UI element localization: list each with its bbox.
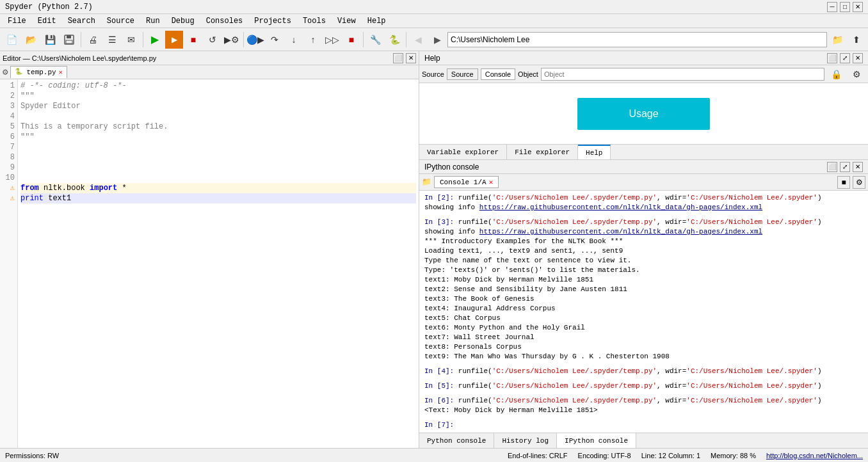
editor-close-button[interactable]: ✕ bbox=[406, 53, 416, 63]
console-blank-4 bbox=[424, 391, 863, 396]
console-line-3-text4: Type the name of the text or sentence to… bbox=[424, 256, 863, 266]
titlebar-title: Spyder (Python 2.7) bbox=[5, 3, 93, 12]
help-tab-variable-explorer[interactable]: Variable explorer bbox=[419, 145, 507, 159]
editor-header: Editor — C:\Users\Nicholem Lee\.spyder\t… bbox=[0, 51, 419, 65]
run-button[interactable]: ▶ bbox=[146, 31, 164, 49]
editor-float-button[interactable]: ⬜ bbox=[393, 53, 403, 63]
console-line-6-text: <Text: Moby Dick by Herman Melville 1851… bbox=[424, 406, 863, 415]
browse-button[interactable]: 📁 bbox=[828, 31, 846, 49]
console-settings-button[interactable]: ⚙ bbox=[853, 176, 865, 189]
menu-file[interactable]: File bbox=[3, 15, 31, 27]
editor-title: Editor — C:\Users\Nicholem Lee\.spyder\t… bbox=[3, 54, 156, 62]
editor-settings-icon[interactable]: ⚙ bbox=[3, 67, 8, 77]
step-into-button[interactable]: ↓ bbox=[285, 31, 303, 49]
run-selection-button[interactable]: ▶ bbox=[165, 31, 183, 49]
help-content: Usage bbox=[419, 83, 868, 144]
code-line-12: print text1 bbox=[20, 193, 416, 203]
help-tab-help[interactable]: Help bbox=[578, 145, 611, 159]
editor-tab-temp[interactable]: 🐍 temp.py ✕ bbox=[10, 66, 67, 78]
help-tab-file-explorer[interactable]: File explorer bbox=[507, 145, 578, 159]
code-line-10 bbox=[20, 173, 416, 183]
line-num-3: 3 bbox=[3, 101, 15, 111]
console-stop-button[interactable]: ■ bbox=[837, 176, 850, 189]
console-line-3-text5: Type: 'texts()' or 'sents()' to list the… bbox=[424, 266, 863, 275]
help-source-btn[interactable]: Source bbox=[447, 68, 478, 80]
path-box: C:\Users\Nicholem Lee bbox=[447, 32, 827, 47]
run-config-button[interactable]: ▶⚙ bbox=[223, 31, 241, 49]
tools-button[interactable]: 🔧 bbox=[366, 31, 384, 49]
help-lock-button[interactable]: 🔒 bbox=[827, 65, 845, 83]
console-tab-close[interactable]: ✕ bbox=[489, 178, 494, 186]
toolbar-sep-3 bbox=[243, 32, 244, 47]
status-url: http://blog.csdn.net/Nicholem... bbox=[766, 452, 863, 459]
nav-back-button[interactable]: ◀ bbox=[409, 31, 427, 49]
console-float-button[interactable]: ⬜ bbox=[827, 162, 837, 172]
line-num-10: 10 bbox=[3, 173, 15, 183]
console-tabs-bar: 📁 Console 1/A ✕ ■ ⚙ bbox=[419, 174, 868, 191]
code-line-4 bbox=[20, 111, 416, 122]
menu-debug[interactable]: Debug bbox=[166, 15, 200, 27]
help-object-input[interactable] bbox=[541, 68, 824, 81]
menu-edit[interactable]: Edit bbox=[33, 15, 61, 27]
line-num-1: 1 bbox=[3, 81, 15, 91]
console-line-in7: In [7]: bbox=[424, 420, 863, 430]
bottom-tab-history[interactable]: History log bbox=[494, 433, 557, 448]
usage-button[interactable]: Usage bbox=[577, 98, 709, 130]
python-button[interactable]: 🐍 bbox=[385, 31, 403, 49]
close-button[interactable]: ✕ bbox=[853, 2, 863, 12]
menu-run[interactable]: Run bbox=[141, 15, 165, 27]
toolbar: 📄 📂 💾 🖨 ☰ ✉ ▶ ▶ ■ ↺ ▶⚙ 🔵▶ ↷ ↓ ↑ ▷▷ ■ 🔧 🐍… bbox=[0, 28, 868, 51]
console-blank-1 bbox=[424, 212, 863, 218]
path-up-button[interactable]: ⬆ bbox=[848, 31, 865, 49]
line-num-5: 5 bbox=[3, 122, 15, 132]
menu-view[interactable]: View bbox=[332, 15, 361, 27]
console-output[interactable]: In [2]: runfile('C:/Users/Nicholem Lee/.… bbox=[419, 191, 868, 433]
stop-button[interactable]: ■ bbox=[184, 31, 202, 49]
path-text: C:\Users\Nicholem Lee bbox=[451, 35, 529, 44]
editor-tab-close[interactable]: ✕ bbox=[59, 68, 63, 76]
menu-source[interactable]: Source bbox=[102, 15, 140, 27]
minimize-button[interactable]: ─ bbox=[827, 2, 837, 12]
menu-help[interactable]: Help bbox=[362, 15, 391, 27]
menu-projects[interactable]: Projects bbox=[249, 15, 296, 27]
toolbar-sep-1 bbox=[81, 32, 81, 47]
restart-button[interactable]: ↺ bbox=[204, 31, 221, 49]
console-line-text8: text8: Personals Corpus bbox=[424, 342, 863, 352]
console-line-3-text1: showing info https://raw.githubuserconte… bbox=[424, 227, 863, 237]
bottom-tab-python[interactable]: Python console bbox=[419, 433, 494, 448]
help-float-button[interactable]: ⬜ bbox=[827, 53, 837, 63]
continue-button[interactable]: ▷▷ bbox=[323, 31, 341, 49]
maximize-button[interactable]: □ bbox=[840, 2, 850, 12]
open-file-button[interactable]: 📂 bbox=[22, 31, 40, 49]
menu-tools[interactable]: Tools bbox=[298, 15, 331, 27]
menu-consoles[interactable]: Consoles bbox=[201, 15, 248, 27]
save-file-button[interactable]: 💾 bbox=[41, 31, 59, 49]
console-header: IPython console ⬜ ⤢ ✕ bbox=[419, 160, 868, 174]
menu-search[interactable]: Search bbox=[63, 15, 100, 27]
new-file-button[interactable]: 📄 bbox=[3, 31, 20, 49]
step-out-button[interactable]: ↑ bbox=[304, 31, 322, 49]
outline-button[interactable]: ☰ bbox=[103, 31, 121, 49]
print-button[interactable]: 🖨 bbox=[84, 31, 102, 49]
bottom-tab-ipython[interactable]: IPython console bbox=[557, 433, 636, 448]
email-button[interactable]: ✉ bbox=[122, 31, 140, 49]
console-popout-button[interactable]: ⤢ bbox=[840, 162, 850, 172]
editor-tabs: ⚙ 🐍 temp.py ✕ bbox=[0, 65, 419, 79]
code-line-3: Spyder Editor bbox=[20, 101, 416, 111]
code-line-1: # -*- coding: utf-8 -*- bbox=[20, 81, 416, 91]
code-content[interactable]: # -*- coding: utf-8 -*- """ Spyder Edito… bbox=[18, 79, 419, 448]
line-num-11: ⚠ bbox=[3, 183, 15, 193]
nav-forward-button[interactable]: ▶ bbox=[428, 31, 446, 49]
step-over-button[interactable]: ↷ bbox=[266, 31, 284, 49]
stop-debug-button[interactable]: ■ bbox=[342, 31, 360, 49]
console-pane: IPython console ⬜ ⤢ ✕ 📁 Console 1/A ✕ ■ … bbox=[419, 160, 868, 448]
help-close-button[interactable]: ✕ bbox=[853, 53, 863, 63]
console-line-in4: In [4]: runfile('C:/Users/Nicholem Lee/.… bbox=[424, 367, 863, 376]
help-settings-button[interactable]: ⚙ bbox=[848, 65, 865, 83]
help-console-btn[interactable]: Console bbox=[481, 68, 515, 80]
console-close-button[interactable]: ✕ bbox=[853, 162, 863, 172]
console-tab-1[interactable]: Console 1/A ✕ bbox=[434, 176, 499, 188]
help-popout-button[interactable]: ⤢ bbox=[840, 53, 850, 63]
debug-button[interactable]: 🔵▶ bbox=[246, 31, 264, 49]
save-all-button[interactable] bbox=[60, 31, 78, 49]
